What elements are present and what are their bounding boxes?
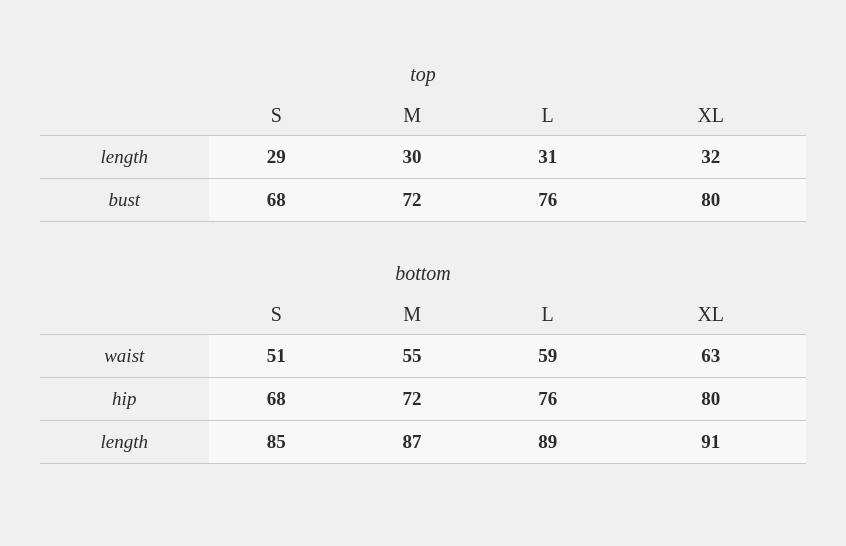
bottom-length-m: 87 [344,420,480,463]
top-bust-row: bust 68 72 76 80 [40,178,806,221]
top-table: S M L XL length 29 30 31 32 bust 68 72 [40,96,806,222]
top-length-label: length [40,135,209,178]
top-bust-l: 76 [480,178,616,221]
top-header-xl: XL [616,96,806,136]
bottom-hip-label: hip [40,377,209,420]
bottom-waist-label: waist [40,334,209,377]
top-length-l: 31 [480,135,616,178]
top-bust-xl: 80 [616,178,806,221]
top-header-m: M [344,96,480,136]
bottom-header-m: M [344,295,480,335]
bottom-waist-m: 55 [344,334,480,377]
bottom-hip-l: 76 [480,377,616,420]
bottom-length-s: 85 [209,420,345,463]
top-header-empty [40,96,209,136]
bottom-waist-row: waist 51 55 59 63 [40,334,806,377]
top-length-xl: 32 [616,135,806,178]
bottom-hip-row: hip 68 72 76 80 [40,377,806,420]
bottom-length-row: length 85 87 89 91 [40,420,806,463]
bottom-header-row: S M L XL [40,295,806,335]
bottom-hip-m: 72 [344,377,480,420]
bottom-header-empty [40,295,209,335]
size-chart: top S M L XL length 29 30 31 32 [40,63,806,484]
bottom-header-l: L [480,295,616,335]
bottom-hip-xl: 80 [616,377,806,420]
top-length-s: 29 [209,135,345,178]
top-bust-s: 68 [209,178,345,221]
bottom-length-xl: 91 [616,420,806,463]
bottom-length-l: 89 [480,420,616,463]
section-divider [40,242,806,262]
bottom-hip-s: 68 [209,377,345,420]
bottom-waist-s: 51 [209,334,345,377]
bottom-header-s: S [209,295,345,335]
top-length-row: length 29 30 31 32 [40,135,806,178]
bottom-length-label: length [40,420,209,463]
bottom-title: bottom [40,262,806,285]
top-header-s: S [209,96,345,136]
top-title: top [40,63,806,86]
bottom-waist-l: 59 [480,334,616,377]
top-header-row: S M L XL [40,96,806,136]
top-bust-m: 72 [344,178,480,221]
top-section: top S M L XL length 29 30 31 32 [40,63,806,222]
top-length-m: 30 [344,135,480,178]
bottom-section: bottom S M L XL waist 51 55 59 63 [40,262,806,464]
bottom-table: S M L XL waist 51 55 59 63 hip 68 72 [40,295,806,464]
bottom-header-xl: XL [616,295,806,335]
bottom-waist-xl: 63 [616,334,806,377]
top-bust-label: bust [40,178,209,221]
top-header-l: L [480,96,616,136]
